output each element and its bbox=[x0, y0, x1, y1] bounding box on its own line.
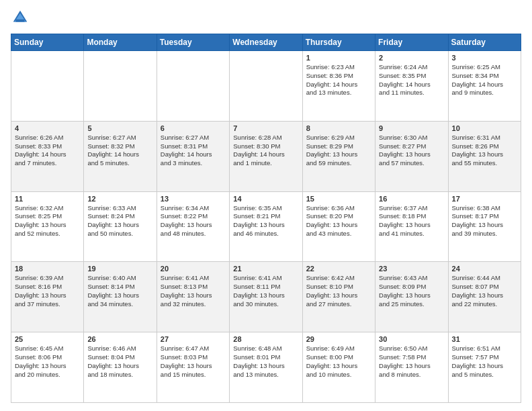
calendar-cell: 30Sunrise: 6:50 AM Sunset: 7:58 PM Dayli… bbox=[375, 332, 448, 403]
day-detail: Sunrise: 6:35 AM Sunset: 8:21 PM Dayligh… bbox=[233, 204, 298, 238]
day-detail: Sunrise: 6:30 AM Sunset: 8:27 PM Dayligh… bbox=[379, 134, 444, 168]
calendar-cell: 11Sunrise: 6:32 AM Sunset: 8:25 PM Dayli… bbox=[11, 191, 84, 262]
day-detail: Sunrise: 6:40 AM Sunset: 8:14 PM Dayligh… bbox=[87, 274, 152, 308]
day-number: 30 bbox=[379, 335, 444, 343]
day-detail: Sunrise: 6:45 AM Sunset: 8:06 PM Dayligh… bbox=[15, 345, 80, 379]
day-detail: Sunrise: 6:23 AM Sunset: 8:36 PM Dayligh… bbox=[306, 63, 371, 97]
day-number: 3 bbox=[452, 54, 517, 62]
calendar-week-5: 25Sunrise: 6:45 AM Sunset: 8:06 PM Dayli… bbox=[11, 332, 521, 403]
day-detail: Sunrise: 6:33 AM Sunset: 8:24 PM Dayligh… bbox=[87, 204, 152, 238]
calendar-cell: 8Sunrise: 6:29 AM Sunset: 8:29 PM Daylig… bbox=[302, 121, 375, 191]
calendar-cell: 28Sunrise: 6:48 AM Sunset: 8:01 PM Dayli… bbox=[230, 332, 302, 403]
calendar-cell: 13Sunrise: 6:34 AM Sunset: 8:22 PM Dayli… bbox=[157, 191, 229, 262]
logo-icon bbox=[11, 8, 30, 27]
calendar-week-4: 18Sunrise: 6:39 AM Sunset: 8:16 PM Dayli… bbox=[11, 262, 521, 332]
day-detail: Sunrise: 6:27 AM Sunset: 8:31 PM Dayligh… bbox=[161, 134, 226, 168]
calendar-cell: 12Sunrise: 6:33 AM Sunset: 8:24 PM Dayli… bbox=[84, 191, 157, 262]
day-number: 13 bbox=[161, 195, 226, 203]
day-number: 27 bbox=[161, 335, 226, 343]
calendar-cell: 27Sunrise: 6:47 AM Sunset: 8:03 PM Dayli… bbox=[157, 332, 229, 403]
day-header-wednesday: Wednesday bbox=[230, 34, 302, 51]
calendar-cell: 14Sunrise: 6:35 AM Sunset: 8:21 PM Dayli… bbox=[230, 191, 302, 262]
calendar-cell bbox=[11, 51, 84, 122]
header bbox=[11, 8, 521, 27]
day-detail: Sunrise: 6:34 AM Sunset: 8:22 PM Dayligh… bbox=[161, 204, 226, 238]
day-detail: Sunrise: 6:31 AM Sunset: 8:26 PM Dayligh… bbox=[452, 134, 517, 168]
day-number: 17 bbox=[452, 195, 517, 203]
calendar-cell: 2Sunrise: 6:24 AM Sunset: 8:35 PM Daylig… bbox=[375, 51, 448, 122]
calendar-cell: 3Sunrise: 6:25 AM Sunset: 8:34 PM Daylig… bbox=[448, 51, 521, 122]
day-number: 20 bbox=[161, 265, 226, 273]
calendar-cell: 24Sunrise: 6:44 AM Sunset: 8:07 PM Dayli… bbox=[448, 262, 521, 332]
day-detail: Sunrise: 6:37 AM Sunset: 8:18 PM Dayligh… bbox=[379, 204, 444, 238]
calendar-cell: 7Sunrise: 6:28 AM Sunset: 8:30 PM Daylig… bbox=[230, 121, 302, 191]
calendar-cell bbox=[84, 51, 157, 122]
calendar-cell: 20Sunrise: 6:41 AM Sunset: 8:13 PM Dayli… bbox=[157, 262, 229, 332]
day-detail: Sunrise: 6:39 AM Sunset: 8:16 PM Dayligh… bbox=[15, 274, 80, 308]
day-header-saturday: Saturday bbox=[448, 34, 521, 51]
calendar-cell: 9Sunrise: 6:30 AM Sunset: 8:27 PM Daylig… bbox=[375, 121, 448, 191]
day-number: 7 bbox=[233, 124, 298, 132]
day-detail: Sunrise: 6:27 AM Sunset: 8:32 PM Dayligh… bbox=[87, 134, 152, 168]
calendar-cell: 6Sunrise: 6:27 AM Sunset: 8:31 PM Daylig… bbox=[157, 121, 229, 191]
calendar-cell: 22Sunrise: 6:42 AM Sunset: 8:10 PM Dayli… bbox=[302, 262, 375, 332]
day-number: 15 bbox=[306, 195, 371, 203]
calendar-cell: 23Sunrise: 6:43 AM Sunset: 8:09 PM Dayli… bbox=[375, 262, 448, 332]
day-number: 25 bbox=[15, 335, 80, 343]
calendar-cell: 21Sunrise: 6:41 AM Sunset: 8:11 PM Dayli… bbox=[230, 262, 302, 332]
day-number: 14 bbox=[233, 195, 298, 203]
day-number: 23 bbox=[379, 265, 444, 273]
calendar-cell: 19Sunrise: 6:40 AM Sunset: 8:14 PM Dayli… bbox=[84, 262, 157, 332]
day-number: 11 bbox=[15, 195, 80, 203]
calendar-cell: 15Sunrise: 6:36 AM Sunset: 8:20 PM Dayli… bbox=[302, 191, 375, 262]
day-detail: Sunrise: 6:25 AM Sunset: 8:34 PM Dayligh… bbox=[452, 63, 517, 97]
calendar-cell: 16Sunrise: 6:37 AM Sunset: 8:18 PM Dayli… bbox=[375, 191, 448, 262]
day-number: 12 bbox=[87, 195, 152, 203]
day-detail: Sunrise: 6:29 AM Sunset: 8:29 PM Dayligh… bbox=[306, 134, 371, 168]
calendar-week-1: 1Sunrise: 6:23 AM Sunset: 8:36 PM Daylig… bbox=[11, 51, 521, 122]
calendar-week-3: 11Sunrise: 6:32 AM Sunset: 8:25 PM Dayli… bbox=[11, 191, 521, 262]
day-detail: Sunrise: 6:44 AM Sunset: 8:07 PM Dayligh… bbox=[452, 274, 517, 308]
svg-rect-2 bbox=[15, 19, 24, 22]
day-detail: Sunrise: 6:24 AM Sunset: 8:35 PM Dayligh… bbox=[379, 63, 444, 97]
day-number: 1 bbox=[306, 54, 371, 62]
day-detail: Sunrise: 6:47 AM Sunset: 8:03 PM Dayligh… bbox=[161, 345, 226, 379]
calendar-table: SundayMondayTuesdayWednesdayThursdayFrid… bbox=[11, 34, 521, 403]
day-header-tuesday: Tuesday bbox=[157, 34, 229, 51]
calendar-cell: 1Sunrise: 6:23 AM Sunset: 8:36 PM Daylig… bbox=[302, 51, 375, 122]
day-detail: Sunrise: 6:38 AM Sunset: 8:17 PM Dayligh… bbox=[452, 204, 517, 238]
day-detail: Sunrise: 6:51 AM Sunset: 7:57 PM Dayligh… bbox=[452, 345, 517, 379]
day-detail: Sunrise: 6:36 AM Sunset: 8:20 PM Dayligh… bbox=[306, 204, 371, 238]
day-detail: Sunrise: 6:43 AM Sunset: 8:09 PM Dayligh… bbox=[379, 274, 444, 308]
day-number: 2 bbox=[379, 54, 444, 62]
day-number: 21 bbox=[233, 265, 298, 273]
calendar-cell bbox=[157, 51, 229, 122]
day-number: 24 bbox=[452, 265, 517, 273]
day-number: 10 bbox=[452, 124, 517, 132]
day-number: 28 bbox=[233, 335, 298, 343]
day-header-thursday: Thursday bbox=[302, 34, 375, 51]
day-detail: Sunrise: 6:46 AM Sunset: 8:04 PM Dayligh… bbox=[87, 345, 152, 379]
day-detail: Sunrise: 6:41 AM Sunset: 8:11 PM Dayligh… bbox=[233, 274, 298, 308]
calendar-cell: 31Sunrise: 6:51 AM Sunset: 7:57 PM Dayli… bbox=[448, 332, 521, 403]
page: SundayMondayTuesdayWednesdayThursdayFrid… bbox=[0, 0, 532, 411]
day-number: 31 bbox=[452, 335, 517, 343]
calendar-cell: 18Sunrise: 6:39 AM Sunset: 8:16 PM Dayli… bbox=[11, 262, 84, 332]
day-number: 19 bbox=[87, 265, 152, 273]
day-number: 18 bbox=[15, 265, 80, 273]
calendar-cell bbox=[230, 51, 302, 122]
day-detail: Sunrise: 6:48 AM Sunset: 8:01 PM Dayligh… bbox=[233, 345, 298, 379]
day-number: 8 bbox=[306, 124, 371, 132]
calendar-cell: 29Sunrise: 6:49 AM Sunset: 8:00 PM Dayli… bbox=[302, 332, 375, 403]
day-number: 4 bbox=[15, 124, 80, 132]
day-detail: Sunrise: 6:42 AM Sunset: 8:10 PM Dayligh… bbox=[306, 274, 371, 308]
calendar-cell: 26Sunrise: 6:46 AM Sunset: 8:04 PM Dayli… bbox=[84, 332, 157, 403]
calendar-cell: 5Sunrise: 6:27 AM Sunset: 8:32 PM Daylig… bbox=[84, 121, 157, 191]
logo bbox=[11, 8, 32, 27]
day-detail: Sunrise: 6:41 AM Sunset: 8:13 PM Dayligh… bbox=[161, 274, 226, 308]
day-header-monday: Monday bbox=[84, 34, 157, 51]
calendar-cell: 25Sunrise: 6:45 AM Sunset: 8:06 PM Dayli… bbox=[11, 332, 84, 403]
day-header-sunday: Sunday bbox=[11, 34, 84, 51]
day-header-friday: Friday bbox=[375, 34, 448, 51]
day-detail: Sunrise: 6:28 AM Sunset: 8:30 PM Dayligh… bbox=[233, 134, 298, 168]
